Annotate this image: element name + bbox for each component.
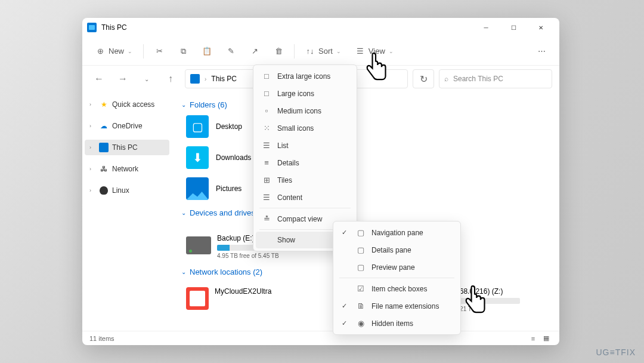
show-submenu: ✓▢Navigation pane ▢Details pane ▢Preview…	[333, 221, 461, 335]
menu-item-list[interactable]: ☰List	[256, 137, 354, 154]
chevron-right-icon: ›	[89, 101, 95, 107]
copy-button[interactable]: ⧉	[172, 43, 194, 60]
menu-item-checkboxes[interactable]: ☑Item check boxes	[336, 280, 458, 297]
maximize-button[interactable]: ☐	[500, 18, 527, 37]
chevron-right-icon: ›	[89, 144, 95, 150]
chevron-right-icon: ›	[89, 123, 95, 129]
rename-button[interactable]: ✎	[220, 43, 242, 60]
thispc-icon	[99, 143, 109, 152]
check-icon: ✓	[342, 302, 350, 310]
search-icon: ⌕	[444, 75, 448, 83]
status-bar: 11 items ≡ ▦	[82, 331, 559, 345]
drives-section-header[interactable]: ⌄Devices and drives (3)	[181, 208, 550, 217]
folders-section-header[interactable]: ⌄Folders (6)	[181, 100, 550, 109]
menu-item-large-icons[interactable]: □Large icons	[256, 85, 354, 102]
chevron-down-icon: ⌄	[181, 269, 186, 275]
menu-item-hidden[interactable]: ✓◉Hidden items	[336, 315, 458, 332]
paste-button[interactable]: 📋	[196, 43, 218, 60]
check-icon: ✓	[342, 229, 350, 236]
list-icon: ☰	[262, 141, 271, 150]
chevron-down-icon: ⌄	[181, 210, 186, 216]
sidebar-item-linux[interactable]: ›Linux	[85, 183, 169, 198]
chevron-right-icon: ›	[205, 76, 206, 82]
nas-icon	[186, 287, 209, 310]
titlebar: This PC ─ ☐ ✕	[82, 18, 559, 37]
menu-item-content[interactable]: ☰Content	[256, 189, 354, 206]
ellipsis-icon: ⋯	[537, 47, 546, 56]
chevron-down-icon: ⌄	[181, 101, 186, 108]
pane-icon: ▢	[356, 228, 366, 237]
file-icon: 🗎	[356, 302, 366, 310]
view-icon: ☰	[355, 47, 365, 56]
small-icon: ⁙	[262, 124, 271, 133]
menu-item-medium-icons[interactable]: ▫Medium icons	[256, 102, 354, 119]
desktop-icon: ▢	[186, 115, 209, 138]
linux-icon	[99, 186, 109, 195]
menu-item-nav-pane[interactable]: ✓▢Navigation pane	[336, 224, 458, 241]
close-button[interactable]: ✕	[527, 18, 555, 37]
network-item-mycloud[interactable]: MyCloudEX2Ultra	[186, 287, 323, 312]
tiles-view-toggle[interactable]: ▦	[540, 334, 552, 343]
pane-icon: ▢	[356, 263, 366, 272]
cut-button[interactable]: ✂	[148, 43, 170, 60]
sort-icon: ↑↓	[305, 47, 315, 56]
pane-icon: ▢	[356, 245, 366, 254]
folder-item-desktop[interactable]: ▢Desktop	[186, 115, 550, 138]
pictures-icon	[186, 177, 209, 200]
chevron-right-icon: ›	[89, 166, 95, 172]
refresh-button[interactable]: ↻	[413, 69, 434, 88]
sidebar-item-network[interactable]: ›🖧Network	[85, 161, 169, 177]
view-button[interactable]: ☰View⌄	[349, 43, 400, 60]
menu-item-tiles[interactable]: ⊞Tiles	[256, 171, 354, 189]
large-icon: □	[262, 89, 271, 98]
sidebar-item-thispc[interactable]: ›This PC	[85, 140, 169, 155]
share-icon: ↗	[250, 47, 259, 56]
menu-item-details[interactable]: ≡Details	[256, 154, 354, 171]
search-input[interactable]: ⌕ Search This PC	[439, 69, 552, 88]
medium-icon: ▫	[262, 106, 271, 115]
breadcrumb-thispc[interactable]: This PC	[211, 75, 237, 83]
rename-icon: ✎	[226, 47, 236, 56]
forward-button[interactable]: →	[113, 69, 132, 88]
xlarge-icon: □	[262, 72, 271, 81]
details-view-toggle[interactable]: ≡	[527, 334, 539, 343]
folder-item-downloads[interactable]: ⬇Downloads	[186, 146, 550, 169]
minimize-button[interactable]: ─	[472, 18, 500, 37]
delete-button[interactable]: 🗑	[268, 43, 289, 60]
tiles-icon: ⊞	[262, 176, 271, 184]
window-title: This PC	[101, 23, 467, 32]
copy-icon: ⧉	[178, 47, 188, 56]
new-button[interactable]: ⊕New⌄	[89, 43, 138, 60]
scissors-icon: ✂	[154, 47, 164, 56]
sidebar-item-onedrive[interactable]: ›☁OneDrive	[85, 118, 169, 134]
sort-button[interactable]: ↑↓Sort⌄	[299, 43, 347, 60]
share-button[interactable]: ↗	[244, 43, 265, 60]
folder-item-pictures[interactable]: Pictures	[186, 177, 550, 200]
back-button[interactable]: ←	[89, 69, 109, 88]
eye-icon: ◉	[356, 319, 366, 328]
menu-item-preview-pane[interactable]: ▢Preview pane	[336, 259, 458, 276]
menu-item-small-icons[interactable]: ⁙Small icons	[256, 119, 354, 137]
cloud-icon: ☁	[99, 121, 109, 131]
thispc-icon	[190, 74, 200, 84]
sidebar-item-quickaccess[interactable]: ›★Quick access	[85, 97, 169, 112]
more-button[interactable]: ⋯	[531, 43, 552, 60]
star-icon: ★	[99, 100, 109, 109]
network-icon: 🖧	[99, 164, 109, 174]
up-button[interactable]: ↑	[161, 69, 180, 88]
checkbox-icon: ☑	[356, 284, 366, 293]
chevron-right-icon: ›	[89, 187, 95, 193]
menu-item-details-pane[interactable]: ▢Details pane	[336, 241, 458, 259]
recent-button[interactable]: ⌄	[137, 69, 156, 88]
menu-item-xlarge-icons[interactable]: □Extra large icons	[256, 67, 354, 85]
menu-item-extensions[interactable]: ✓🗎File name extensions	[336, 297, 458, 315]
compact-icon: ≛	[262, 214, 271, 223]
plus-icon: ⊕	[95, 47, 105, 56]
trash-icon: 🗑	[274, 47, 283, 56]
item-count: 11 items	[89, 335, 114, 342]
navigation-sidebar: ›★Quick access ›☁OneDrive ›This PC ›🖧Net…	[82, 92, 172, 331]
details-icon: ≡	[262, 158, 271, 167]
downloads-icon: ⬇	[186, 146, 209, 169]
check-icon: ✓	[342, 319, 350, 327]
content-icon: ☰	[262, 193, 271, 202]
